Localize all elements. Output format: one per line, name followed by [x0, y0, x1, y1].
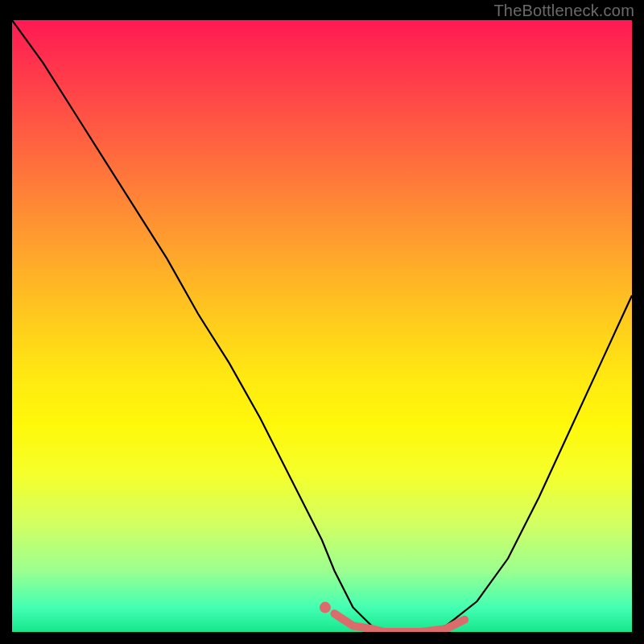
accent-left-dot	[320, 602, 331, 613]
watermark-text: TheBottleneck.com	[493, 2, 634, 20]
curve-accent-path	[334, 613, 464, 632]
chart-frame: TheBottleneck.com	[0, 0, 644, 644]
curve-main-path	[12, 20, 632, 632]
plot-area	[12, 20, 632, 632]
bottleneck-curve-svg	[12, 20, 632, 632]
